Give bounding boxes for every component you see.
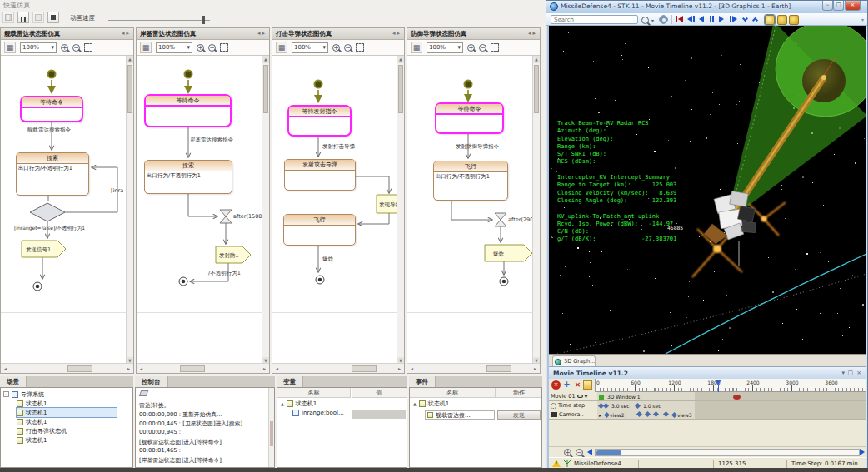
record-off-icon[interactable]: ×: [551, 380, 561, 390]
diagram-canvas[interactable]: 发射防.. 等待命令 搜索 出口行为/不透明行为1 岸基雷达搜索指令 after…: [137, 56, 262, 365]
gear-icon[interactable]: [660, 16, 667, 23]
pause-button[interactable]: [710, 16, 714, 22]
diagram-canvas[interactable]: 爆炸 等待命令 飞行 出口行为/不透明行为1 发射防御导弹指令 after(29…: [407, 56, 532, 365]
zoom-in-icon[interactable]: +: [197, 44, 204, 52]
close-button[interactable]: ×: [845, 1, 861, 11]
zoom-in-icon[interactable]: +: [467, 44, 475, 52]
tab-console[interactable]: 控制台: [135, 376, 168, 387]
variable-row[interactable]: inrange:bool...: [292, 410, 344, 416]
tree-item[interactable]: 状态机1: [17, 399, 47, 408]
title-bar[interactable]: MissileDefense4 - STK 11 - Movie Timelin…: [546, 1, 867, 13]
state-wait-command[interactable]: 等待命令: [435, 102, 504, 134]
minimize-button[interactable]: –: [822, 1, 833, 11]
tree-item[interactable]: 打击导弹状态机: [17, 426, 67, 435]
zoom-select[interactable]: 100%▾: [427, 42, 463, 53]
fit-view-icon[interactable]: [491, 43, 499, 52]
scrollbar-thumb[interactable]: [67, 365, 92, 372]
satellite-tool-icon-3[interactable]: [789, 15, 799, 25]
step-forward-button[interactable]: [730, 16, 737, 22]
clear-console-icon[interactable]: [139, 390, 149, 396]
zoom-in-icon[interactable]: +: [332, 44, 340, 52]
final-node[interactable]: [179, 277, 187, 286]
movie-end-marker[interactable]: [733, 395, 741, 400]
vertical-scrollbar[interactable]: ▲ ▼: [262, 56, 269, 365]
initial-node[interactable]: [315, 81, 322, 88]
satellite-tool-icon-2[interactable]: [777, 15, 787, 25]
final-node[interactable]: [500, 277, 508, 286]
vertical-scrollbar[interactable]: ▲ ▼: [397, 56, 404, 365]
horizontal-scrollbar[interactable]: ◂ ▸: [272, 363, 404, 373]
record-button[interactable]: [2, 12, 14, 23]
state-launch-missile[interactable]: 发射攻击导弹: [284, 159, 356, 191]
initial-node[interactable]: [185, 71, 192, 78]
state-wait-command[interactable]: 等待命令: [144, 94, 232, 127]
timestep-marker[interactable]: 1.0 sec: [636, 403, 661, 409]
events-root-row[interactable]: ▲ 状态机1: [413, 400, 449, 408]
scroll-right-icon[interactable]: [860, 449, 865, 455]
tree-root[interactable]: − 导弹系统: [3, 390, 44, 399]
final-node[interactable]: [316, 276, 324, 284]
camera-marker[interactable]: view3: [672, 412, 692, 418]
scrollbar-thumb[interactable]: [596, 450, 621, 455]
tree-item-selected[interactable]: 状态机1: [17, 408, 117, 417]
time-event-node[interactable]: [495, 213, 506, 226]
column-header-name[interactable]: 名称: [277, 388, 351, 398]
column-header-name[interactable]: 名称: [410, 388, 496, 398]
expand-icon[interactable]: ▲: [413, 401, 417, 406]
row-dropdown-icon[interactable]: ▼: [585, 394, 588, 399]
column-header-action[interactable]: 动作: [496, 388, 541, 398]
decision-node[interactable]: [30, 203, 65, 221]
tab-events[interactable]: 事件: [409, 376, 436, 387]
initial-node[interactable]: [48, 71, 56, 78]
step-back-button[interactable]: [687, 16, 695, 22]
grid-icon[interactable]: ▦: [140, 42, 152, 53]
state-wait-launch[interactable]: 等待发射指令: [287, 105, 352, 137]
fit-view-icon[interactable]: [220, 43, 228, 52]
horizontal-scrollbar[interactable]: ◂ ▸: [1, 363, 133, 373]
tab-scene[interactable]: 场景: [0, 376, 27, 387]
scrollbar-thumb[interactable]: [486, 365, 511, 372]
variables-root-row[interactable]: ▲ 状态机1: [281, 400, 317, 408]
zoom-out-icon[interactable]: −: [344, 44, 352, 52]
scroll-left-icon[interactable]: [587, 449, 592, 455]
tab-3d-graphics[interactable]: 3D Graph...: [552, 355, 596, 367]
scrollbar-thumb[interactable]: [352, 365, 377, 372]
scrollbar-thumb[interactable]: [180, 365, 205, 372]
initial-node[interactable]: [465, 81, 472, 88]
horizontal-scrollbar[interactable]: ◂ ▸: [137, 363, 269, 373]
value-cell[interactable]: [352, 410, 406, 419]
scrollbar-thumb[interactable]: [263, 65, 268, 113]
3d-graphics-viewport[interactable]: Track Beam-To-RV Radar RCS Azimuth (deg)…: [549, 26, 866, 354]
timeline-zoom-in-icon[interactable]: +: [564, 449, 571, 456]
grid-icon[interactable]: ▦: [276, 42, 287, 53]
diagram-canvas[interactable]: 发现导弹 等待发射指令 发射攻击导弹 飞行 发射打击导弹 爆炸: [272, 56, 397, 365]
movie-timeline-header[interactable]: Movie Timeline v11.2 ▾ □ ×: [549, 366, 866, 379]
add-segment-icon[interactable]: +: [562, 380, 571, 390]
delete-segment-icon[interactable]: ×: [573, 380, 582, 390]
step-button[interactable]: [32, 12, 44, 23]
expand-icon[interactable]: ▲: [281, 401, 284, 406]
final-node[interactable]: [33, 282, 42, 291]
scrollbar-thumb[interactable]: [534, 65, 539, 113]
event-row[interactable]: 舰载雷达搜...: [425, 410, 495, 420]
playhead-line[interactable]: [671, 380, 671, 435]
vertical-scrollbar[interactable]: ▲ ▼: [532, 56, 540, 365]
state-search[interactable]: 搜索 出口行为/不透明行为1: [144, 160, 232, 194]
timeline-collapse-icon[interactable]: ▾: [841, 370, 845, 376]
faster-button[interactable]: [753, 18, 757, 22]
send-event-button[interactable]: 发送: [497, 410, 541, 420]
scrollbar-thumb[interactable]: [398, 65, 403, 113]
search-dropdown-icon[interactable]: ▾: [651, 17, 654, 23]
explode-signal-node[interactable]: [485, 245, 532, 261]
play-backward-button[interactable]: [699, 16, 704, 22]
horizontal-scrollbar[interactable]: ◂ ▸: [407, 363, 540, 373]
state-search[interactable]: 搜索 出口行为/不透明行为1: [16, 152, 89, 196]
zoom-out-icon[interactable]: −: [208, 44, 216, 52]
play-button[interactable]: [719, 16, 724, 22]
stop-button[interactable]: [47, 12, 59, 23]
camera-marker[interactable]: ▸ view2: [599, 412, 625, 418]
satellite-tool-icon-1[interactable]: [765, 15, 775, 25]
timeline-close-icon[interactable]: ×: [856, 370, 861, 376]
tab-variables[interactable]: 变量: [277, 376, 303, 387]
column-header-value[interactable]: 值: [352, 388, 407, 398]
